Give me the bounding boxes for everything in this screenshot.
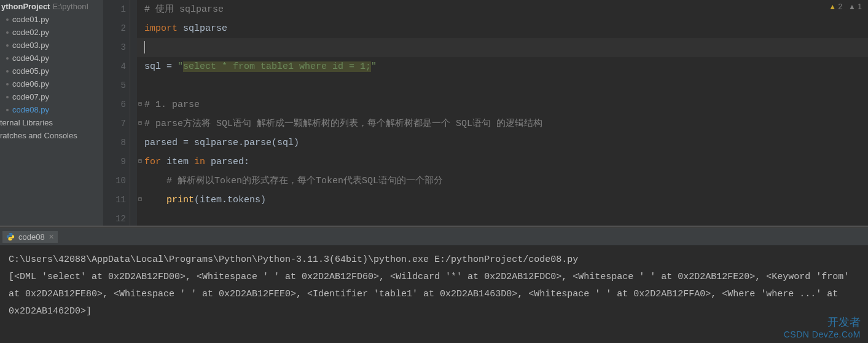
run-tab-bar: code08 ✕: [0, 228, 868, 245]
line-number: 9: [103, 152, 126, 172]
keyword: in: [194, 157, 211, 167]
console-line: [<DML 'select' at 0x2D2AB12FD00>, <White…: [9, 272, 854, 317]
line-number: 10: [103, 172, 126, 191]
bullet-icon: [6, 83, 9, 85]
line-number: 7: [103, 114, 126, 133]
file-label: code03.py: [12, 41, 49, 50]
project-file-node[interactable]: code08.py: [0, 103, 103, 116]
code-area[interactable]: ▲ 2 ▲ 1 # 使用 sqlparse import sqlparse sq…: [137, 0, 868, 226]
fold-marker-icon[interactable]: ⊟: [138, 159, 143, 164]
project-file-node[interactable]: code06.py: [0, 77, 103, 90]
project-path: E:\pythonI: [52, 2, 88, 11]
fold-marker-icon[interactable]: ⊟: [138, 102, 143, 107]
fold-strip[interactable]: [130, 0, 137, 226]
comment-text: # 1. parse: [144, 100, 200, 110]
bullet-icon: [6, 44, 9, 47]
console-line: C:\Users\42088\AppData\Local\Programs\Py…: [9, 254, 578, 265]
text-caret: [144, 41, 145, 53]
code-editor[interactable]: 1 2 3 4 5 6 7 8 9 10 11 12 ▲ 2 ▲ 1: [103, 0, 868, 226]
ide-root: ythonProject E:\pythonI code01.pycode02.…: [0, 0, 868, 343]
code-line[interactable]: import sqlparse: [144, 19, 868, 38]
close-icon[interactable]: ✕: [49, 233, 54, 241]
line-number: 6: [103, 95, 126, 114]
code-line[interactable]: ⊟for item in parsed:: [144, 152, 868, 172]
code-line[interactable]: # 解析树以Token的形式存在，每个Token代表SQL语句的一个部分: [144, 172, 868, 191]
comment-text: # 解析树以Token的形式存在，每个Token代表SQL语句的一个部分: [144, 176, 443, 186]
console-output[interactable]: C:\Users\42088\AppData\Local\Programs\Py…: [0, 245, 868, 343]
code-line[interactable]: ⊟ print(item.tokens): [144, 191, 868, 210]
bullet-icon: [6, 70, 9, 73]
run-tool-window: code08 ✕ C:\Users\42088\AppData\Local\Pr…: [0, 227, 868, 343]
project-file-node[interactable]: code02.py: [0, 26, 103, 39]
code-text: parsed = sqlparse.parse(sql): [144, 138, 299, 148]
identifier: item: [166, 157, 194, 167]
code-line[interactable]: [144, 210, 868, 229]
project-file-node[interactable]: code07.py: [0, 90, 103, 103]
line-number: 2: [103, 19, 126, 38]
line-number: 1: [103, 0, 126, 19]
project-tree-panel[interactable]: ythonProject E:\pythonI code01.pycode02.…: [0, 0, 103, 226]
comment-text: # 使用 sqlparse: [144, 4, 224, 15]
project-file-node[interactable]: code05.py: [0, 65, 103, 77]
file-label: code05.py: [12, 66, 49, 76]
bullet-icon: [6, 57, 9, 60]
string-highlighted: select * from table1 where id = 1;: [183, 61, 371, 72]
file-label: code01.py: [12, 15, 49, 24]
project-file-node[interactable]: code01.py: [0, 13, 103, 26]
keyword: import: [144, 23, 183, 34]
line-number: 4: [103, 57, 126, 76]
code-line[interactable]: ⊟# parse方法将 SQL语句 解析成一颗解析树的列表，每个解析树都是一个 …: [144, 114, 868, 133]
fold-marker-icon[interactable]: ⊟: [138, 197, 143, 202]
line-number: 12: [103, 210, 126, 229]
file-label: code08.py: [12, 105, 49, 114]
code-line[interactable]: [144, 76, 868, 95]
bullet-icon: [6, 109, 9, 111]
file-label: code06.py: [12, 79, 49, 89]
scratches-and-consoles-node[interactable]: ratches and Consoles: [0, 129, 103, 142]
keyword: for: [144, 157, 166, 167]
code-text: (item.tokens): [194, 195, 266, 205]
indent: [144, 195, 166, 205]
project-name: ythonProject: [1, 2, 50, 11]
line-number: 5: [103, 76, 126, 95]
external-libraries-node[interactable]: ternal Libraries: [0, 116, 103, 129]
project-root-node[interactable]: ythonProject E:\pythonI: [0, 0, 103, 13]
line-number: 8: [103, 133, 126, 152]
identifier: sqlparse: [183, 23, 227, 34]
run-tab[interactable]: code08 ✕: [2, 231, 58, 243]
fold-marker-icon[interactable]: ⊟: [138, 121, 143, 126]
code-line[interactable]: ⊟# 1. parse: [144, 95, 868, 114]
line-number: 3: [103, 38, 126, 57]
code-line[interactable]: parsed = sqlparse.parse(sql): [144, 133, 868, 152]
builtin-fn: print: [166, 195, 194, 205]
run-tab-label: code08: [18, 232, 45, 242]
project-file-node[interactable]: code04.py: [0, 52, 103, 65]
file-label: code07.py: [12, 92, 49, 101]
python-icon: [6, 232, 15, 241]
file-label: code02.py: [12, 28, 49, 37]
bullet-icon: [6, 96, 9, 98]
bullet-icon: [6, 31, 9, 34]
code-line[interactable]: sql = "select * from table1 where id = 1…: [144, 57, 868, 76]
code-text: sql =: [144, 61, 178, 72]
identifier: parsed:: [211, 157, 249, 167]
code-line[interactable]: [144, 38, 868, 57]
bullet-icon: [6, 18, 9, 21]
project-file-node[interactable]: code03.py: [0, 39, 103, 52]
string-quote: ": [178, 61, 183, 72]
upper-area: ythonProject E:\pythonI code01.pycode02.…: [0, 0, 868, 226]
code-line[interactable]: # 使用 sqlparse: [144, 0, 868, 19]
string-quote: ": [371, 61, 377, 72]
file-label: code04.py: [12, 53, 49, 63]
comment-text: # parse方法将 SQL语句 解析成一颗解析树的列表，每个解析树都是一个 S…: [144, 119, 542, 129]
line-number: 11: [103, 191, 126, 210]
